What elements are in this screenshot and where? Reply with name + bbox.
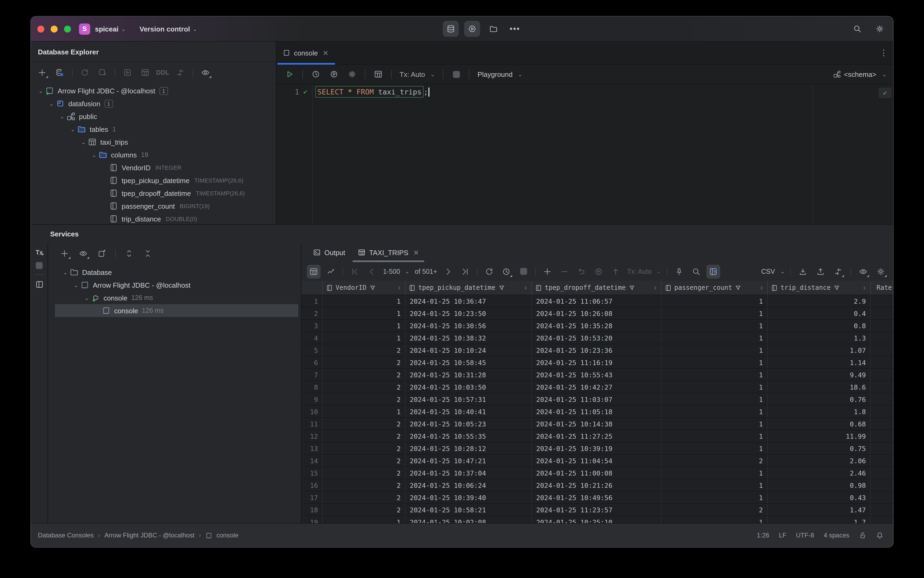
pin-tab-button[interactable] <box>672 265 686 278</box>
table-cell[interactable]: 0.98 <box>768 479 871 491</box>
table-cell[interactable]: 1 <box>661 381 768 393</box>
table-cell[interactable]: 0.4 <box>768 307 871 319</box>
row-number-cell[interactable]: 2 <box>302 307 323 319</box>
grid-settings-button[interactable] <box>874 265 888 278</box>
table-cell[interactable]: 2024-01-25 10:39:40 <box>405 492 532 503</box>
table-cell[interactable]: 1 <box>661 430 768 442</box>
tree-item-arrow-flight-jdbc-localhost[interactable]: ⌄Arrow Flight JDBC - @localhost <box>48 279 301 291</box>
row-number-cell[interactable]: 5 <box>302 344 323 356</box>
tab-taxi-trips[interactable]: TAXI_TRIPS ✕ <box>353 243 425 262</box>
table-cell[interactable]: 1.7 <box>768 516 871 523</box>
table-cell[interactable]: 2024-01-25 10:55:35 <box>405 430 532 442</box>
tab-output[interactable]: Output <box>308 243 350 262</box>
table-cell[interactable]: 1 <box>323 516 405 523</box>
export-format-dropdown[interactable]: CSV ⌄ <box>761 268 785 275</box>
chevron-down-icon[interactable]: ⌄ <box>71 282 81 288</box>
next-page-button[interactable] <box>441 265 456 278</box>
tree-item-datafusion[interactable]: ⌄datafusion1 <box>31 97 276 110</box>
minimize-window-button[interactable] <box>51 25 58 32</box>
tree-item-database[interactable]: ⌄Database <box>48 266 301 279</box>
console-settings-button[interactable] <box>345 67 359 81</box>
filter-funnel-icon[interactable] <box>628 284 635 291</box>
table-row[interactable]: 522024-01-25 10:10:242024-01-25 10:23:36… <box>302 344 893 357</box>
table-cell[interactable]: 2024-01-25 10:49:56 <box>532 492 661 503</box>
chevron-down-icon[interactable]: ⌄ <box>61 269 70 275</box>
collapse-all-button[interactable] <box>141 247 155 260</box>
table-cell[interactable]: 11.99 <box>768 430 871 442</box>
tree-item-public[interactable]: ⌄public <box>31 110 276 123</box>
table-cell[interactable]: 1 <box>661 332 768 344</box>
table-cell[interactable]: 0.68 <box>768 418 871 430</box>
tree-item-arrow-flight-jdbc-localhost[interactable]: ⌄Arrow Flight JDBC - @localhost1 <box>31 84 276 97</box>
table-cell[interactable]: 2 <box>661 455 768 466</box>
table-cell[interactable]: 1 <box>661 406 768 417</box>
table-cell[interactable] <box>871 406 893 417</box>
table-row[interactable]: 412024-01-25 10:38:322024-01-25 10:53:20… <box>302 332 893 344</box>
table-cell[interactable]: 1 <box>323 307 405 319</box>
table-cell[interactable]: 2024-01-25 10:42:27 <box>532 381 661 393</box>
add-row-button[interactable] <box>541 265 554 278</box>
table-cell[interactable]: 2 <box>323 357 405 368</box>
table-row[interactable]: 722024-01-25 10:31:282024-01-25 10:55:43… <box>302 369 893 381</box>
table-cell[interactable] <box>871 492 893 503</box>
table-cell[interactable]: 1 <box>661 418 768 430</box>
database-tool-button[interactable] <box>443 21 459 37</box>
table-row[interactable]: 1912024-01-25 10:02:082024-01-25 10:25:1… <box>302 516 893 523</box>
table-cell[interactable]: 1 <box>661 492 768 503</box>
table-cell[interactable]: 1 <box>323 320 405 331</box>
tree-item-tpep-pickup-datetime[interactable]: tpep_pickup_datetimeTIMESTAMP(26,6) <box>31 174 276 187</box>
open-table-button[interactable] <box>138 66 152 80</box>
tree-item-tpep-dropoff-datetime[interactable]: tpep_dropoff_datetimeTIMESTAMP(26,6) <box>31 187 276 200</box>
disconnect-button[interactable] <box>96 66 109 80</box>
table-cell[interactable] <box>871 430 893 442</box>
table-cell[interactable]: 1 <box>661 393 768 405</box>
table-row[interactable]: 822024-01-25 10:03:502024-01-25 10:42:27… <box>302 381 893 393</box>
row-number-cell[interactable]: 6 <box>302 357 323 368</box>
table-cell[interactable]: 2 <box>323 479 405 491</box>
export-data-button[interactable] <box>831 265 845 278</box>
tx-toggle-button[interactable]: Tx <box>34 248 45 257</box>
jump-to-ddl-button[interactable] <box>173 66 187 80</box>
jump-to-console-button[interactable] <box>121 66 135 80</box>
table-cell[interactable] <box>871 418 893 430</box>
stop-button[interactable] <box>449 67 463 81</box>
row-number-cell[interactable]: 4 <box>302 332 323 344</box>
browse-tables-button[interactable] <box>371 67 385 81</box>
table-cell[interactable]: 2024-01-25 10:55:43 <box>532 369 661 380</box>
datasource-properties-button[interactable] <box>53 66 67 80</box>
tree-item-console[interactable]: ⌄console126 ms <box>48 291 301 304</box>
commit-button[interactable] <box>592 265 606 278</box>
column-header-passenger-count[interactable]: passenger_count <box>661 281 768 295</box>
table-cell[interactable]: 1 <box>661 369 768 380</box>
table-cell[interactable]: 2 <box>323 369 405 380</box>
sql-line[interactable]: SELECT * FROM taxi_trips; <box>315 86 893 97</box>
table-row[interactable]: 312024-01-25 10:30:562024-01-25 10:35:28… <box>302 320 893 332</box>
stop-refresh-button[interactable] <box>517 265 530 278</box>
parameters-button[interactable] <box>327 67 341 81</box>
table-cell[interactable]: 2024-01-25 10:03:50 <box>405 381 532 393</box>
project-structure-button[interactable] <box>485 21 501 37</box>
table-cell[interactable]: 2 <box>323 455 405 466</box>
table-cell[interactable]: 1 <box>661 442 768 454</box>
table-cell[interactable]: 2024-01-25 10:38:32 <box>405 332 532 344</box>
table-cell[interactable]: 1 <box>323 406 405 417</box>
table-cell[interactable]: 2 <box>323 381 405 393</box>
row-number-cell[interactable]: 7 <box>302 369 323 380</box>
editor-body[interactable]: 1 ✔ SELECT * FROM taxi_trips; ✔ <box>276 84 893 224</box>
close-window-button[interactable] <box>37 25 44 32</box>
table-row[interactable]: 1012024-01-25 10:40:412024-01-25 11:05:1… <box>302 406 893 418</box>
table-cell[interactable]: 2024-01-25 10:31:28 <box>405 369 532 380</box>
new-datasource-button[interactable] <box>35 66 49 80</box>
filter-funnel-icon[interactable] <box>833 284 840 291</box>
table-cell[interactable]: 2024-01-25 10:25:10 <box>532 516 661 523</box>
table-cell[interactable]: 2024-01-25 10:58:21 <box>405 504 532 516</box>
table-cell[interactable]: 2 <box>323 344 405 356</box>
row-number-cell[interactable]: 11 <box>302 418 323 430</box>
table-cell[interactable] <box>871 369 893 380</box>
project-name[interactable]: spiceai <box>95 25 118 33</box>
page-range-dropdown[interactable]: 1-500 ⌄ <box>382 268 410 275</box>
row-number-cell[interactable]: 16 <box>302 479 323 491</box>
table-cell[interactable] <box>871 479 893 491</box>
tab-options-button[interactable]: ⋮ <box>880 48 888 58</box>
table-row[interactable]: 1722024-01-25 10:39:402024-01-25 10:49:5… <box>302 492 893 504</box>
